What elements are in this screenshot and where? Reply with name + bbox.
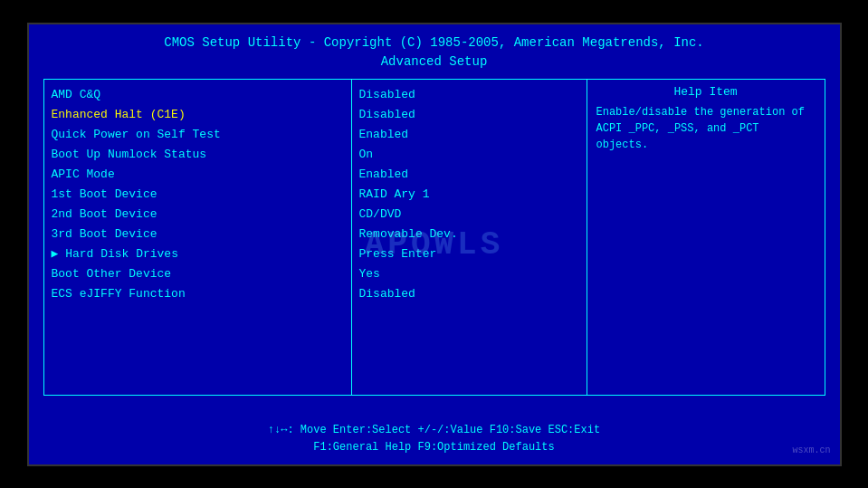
menu-item-10[interactable]: ECS eJIFFY Function bbox=[52, 284, 344, 304]
menu-item-4[interactable]: APIC Mode bbox=[52, 165, 344, 185]
menu-item-7[interactable]: 3rd Boot Device bbox=[52, 225, 344, 244]
menu-item-6[interactable]: 2nd Boot Device bbox=[52, 205, 344, 225]
menu-item-1[interactable]: Enhanced Halt (C1E) bbox=[52, 105, 344, 125]
value-item-9[interactable]: Yes bbox=[359, 264, 579, 284]
menu-item-3[interactable]: Boot Up Numlock Status bbox=[52, 145, 344, 165]
footer-line2: F1:General Help F9:Optimized Defaults bbox=[29, 439, 840, 456]
header-line2: Advanced Setup bbox=[43, 53, 825, 72]
value-item-7[interactable]: Removable Dev. bbox=[359, 225, 579, 244]
footer-line1: ↑↓↔: Move Enter:Select +/-/:Value F10:Sa… bbox=[29, 422, 840, 439]
value-item-2[interactable]: Enabled bbox=[359, 125, 579, 145]
right-panel: Help Item Enable/disable the generation … bbox=[587, 80, 825, 395]
main-area: AMD C&QEnhanced Halt (C1E)Quick Power on… bbox=[43, 79, 825, 396]
value-item-8[interactable]: Press Enter bbox=[359, 244, 579, 264]
bios-screen: CMOS Setup Utility - Copyright (C) 1985-… bbox=[27, 23, 842, 466]
value-item-5[interactable]: RAID Ary 1 bbox=[359, 185, 579, 205]
help-title: Help Item bbox=[596, 85, 816, 99]
middle-panel: DisabledDisabledEnabledOnEnabledRAID Ary… bbox=[352, 80, 587, 395]
menu-item-0[interactable]: AMD C&Q bbox=[52, 85, 344, 105]
footer: ↑↓↔: Move Enter:Select +/-/:Value F10:Sa… bbox=[29, 422, 840, 456]
menu-item-9[interactable]: Boot Other Device bbox=[52, 264, 344, 284]
value-item-1[interactable]: Disabled bbox=[359, 105, 579, 125]
menu-item-8[interactable]: ▶ Hard Disk Drives bbox=[52, 244, 344, 264]
watermark: wsxm.cn bbox=[792, 445, 830, 455]
help-text: Enable/disable the generation of ACPI _P… bbox=[596, 104, 816, 153]
header-line1: CMOS Setup Utility - Copyright (C) 1985-… bbox=[43, 33, 825, 53]
header: CMOS Setup Utility - Copyright (C) 1985-… bbox=[43, 33, 825, 72]
value-item-4[interactable]: Enabled bbox=[359, 165, 579, 185]
value-item-6[interactable]: CD/DVD bbox=[359, 205, 579, 225]
left-panel: AMD C&QEnhanced Halt (C1E)Quick Power on… bbox=[44, 80, 352, 395]
value-item-3[interactable]: On bbox=[359, 145, 579, 165]
menu-item-2[interactable]: Quick Power on Self Test bbox=[52, 125, 344, 145]
value-item-10[interactable]: Disabled bbox=[359, 284, 579, 304]
menu-item-5[interactable]: 1st Boot Device bbox=[52, 185, 344, 205]
value-item-0[interactable]: Disabled bbox=[359, 85, 579, 105]
